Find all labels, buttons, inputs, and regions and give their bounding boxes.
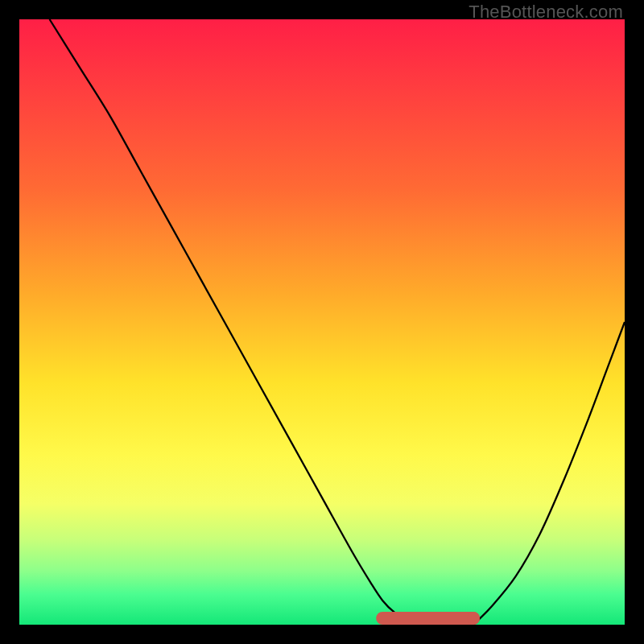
chart-frame: TheBottleneck.com: [0, 0, 644, 644]
right-curve: [473, 322, 625, 625]
plot-area: [19, 19, 625, 625]
left-curve: [50, 19, 413, 625]
band-end-dot: [467, 612, 480, 625]
chart-svg: [19, 19, 625, 625]
